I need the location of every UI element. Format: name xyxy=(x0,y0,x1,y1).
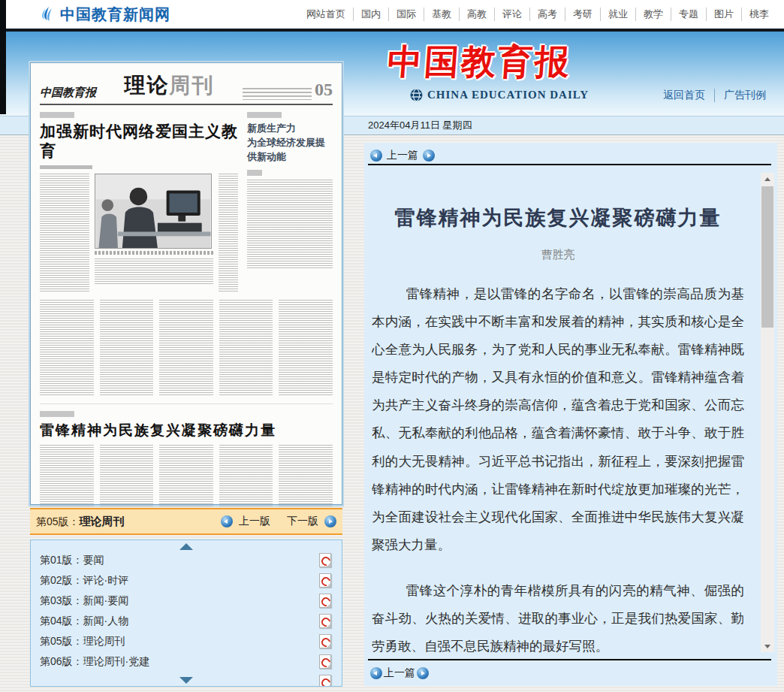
next-article-icon[interactable] xyxy=(417,667,429,679)
prev-edition-icon[interactable] xyxy=(221,515,233,527)
scroll-up-arrow[interactable] xyxy=(179,543,193,550)
nav-item-jobs[interactable]: 就业 xyxy=(600,8,635,21)
next-edition-button[interactable]: 下一版 xyxy=(287,515,318,528)
scrollbar-thumb[interactable] xyxy=(761,186,773,328)
article-author: 曹胜亮 xyxy=(372,248,744,262)
newspaper-brand: 中国教育报 xyxy=(40,86,96,100)
article-paragraph: 雷锋精神，是以雷锋的名字命名，以雷锋的崇高品质为基本内涵，在实践中不断丰富和发展… xyxy=(372,280,744,559)
newspaper-page-number: 05 xyxy=(315,80,333,100)
newspaper-top-stories: 加强新时代网络爱国主义教育 xyxy=(40,107,333,292)
article-body: 雷锋精神为民族复兴凝聚磅礴力量 曹胜亮 雷锋精神，是以雷锋的名字命名，以雷锋的崇… xyxy=(372,168,744,655)
newspaper-main-headline: 加强新时代网络爱国主义教育 xyxy=(40,122,238,162)
edition-label[interactable]: 第04版：新闻·人物 xyxy=(40,615,128,628)
article-divider-bottom xyxy=(368,659,771,660)
scrollbar-down-button[interactable] xyxy=(761,640,774,652)
newspaper-masthead-row: 中国教育报 理论周刊 05 xyxy=(40,71,333,105)
site-logo-icon xyxy=(39,6,56,23)
masthead-links: 返回首页 广告刊例 xyxy=(654,89,775,102)
list-item-edition-01[interactable]: 第01版：要闻 xyxy=(31,550,342,570)
list-item-edition-04[interactable]: 第04版：新闻·人物 xyxy=(31,611,342,631)
site-logo-text: 中国教育新闻网 xyxy=(60,5,170,25)
text-column xyxy=(247,180,333,268)
nav-item-kaoyan[interactable]: 考研 xyxy=(565,8,600,21)
text-column xyxy=(40,174,89,292)
pdf-icon[interactable] xyxy=(319,553,331,567)
paper-title-english-text: CHINA EDUCATION DAILY xyxy=(427,89,589,101)
text-column xyxy=(40,300,94,396)
newspaper-side-story: 新质生产力 为全球经济发展提供新动能 xyxy=(246,107,333,292)
list-item-edition-05[interactable]: 第05版：理论周刊 xyxy=(31,631,342,651)
newspaper-page-image[interactable]: 中国教育报 理论周刊 05 加强新时代网络爱国主义教育 xyxy=(30,62,342,505)
nav-item-teaching[interactable]: 教学 xyxy=(635,8,671,21)
photo-caption xyxy=(95,251,213,255)
newspaper-section-title: 理论周刊 xyxy=(125,71,215,100)
nav-item-photos[interactable]: 图片 xyxy=(706,8,741,21)
pdf-icon[interactable] xyxy=(319,654,331,669)
scrollbar-up-button[interactable] xyxy=(761,173,774,185)
edition-list-panel: 第01版：要闻 第02版：评论·时评 第03版：新闻·要闻 第04版：新闻·人物… xyxy=(30,539,342,687)
pdf-icon[interactable] xyxy=(319,614,331,628)
top-site-bar: 中国教育新闻网 网站首页 国内 国际 基教 高教 评论 高考 考研 就业 教学 … xyxy=(6,0,784,29)
prev-edition-button[interactable]: 上一版 xyxy=(239,515,270,528)
list-item-edition-02[interactable]: 第02版：评论·时评 xyxy=(31,570,342,591)
nav-item-international[interactable]: 国际 xyxy=(388,8,424,21)
nav-item-taoli[interactable]: 桃李 xyxy=(741,8,776,21)
newspaper-photo xyxy=(95,174,212,249)
prev-article-icon[interactable] xyxy=(370,150,382,162)
article-panel: 上一篇 雷锋精神为民族复兴凝聚磅礴力量 曹胜亮 雷锋精神，是以雷锋的名字命名，以… xyxy=(364,143,777,686)
story-tag xyxy=(247,170,262,176)
article-scrollbar[interactable] xyxy=(761,173,774,652)
paper-title-calligraphy: 中国教育报 xyxy=(386,39,573,86)
nav-item-home[interactable]: 网站首页 xyxy=(299,8,353,21)
newspaper-photo-block xyxy=(95,174,213,292)
back-home-link[interactable]: 返回首页 xyxy=(654,89,714,102)
newspaper-main-story: 加强新时代网络爱国主义教育 xyxy=(40,107,238,292)
prev-article-icon[interactable] xyxy=(370,667,382,679)
nav-item-domestic[interactable]: 国内 xyxy=(353,8,388,21)
main-story-columns xyxy=(40,174,238,292)
nav-item-gaokao[interactable]: 高考 xyxy=(529,8,565,21)
current-edition-bar: 第05版：理论周刊 上一版 下一版 xyxy=(30,508,342,535)
left-edge-strip xyxy=(0,0,6,114)
text-column xyxy=(159,300,213,396)
text-column xyxy=(219,300,273,396)
pdf-icon[interactable] xyxy=(319,594,331,608)
scroll-down-arrow[interactable] xyxy=(179,677,193,684)
issue-info-lines xyxy=(243,88,312,100)
pdf-icon[interactable] xyxy=(319,634,331,648)
list-item-edition-06[interactable]: 第06版：理论周刊·党建 xyxy=(31,651,342,672)
edition-label[interactable]: 第06版：理论周刊·党建 xyxy=(40,655,149,669)
edition-pager: 上一版 下一版 xyxy=(221,515,336,528)
text-column xyxy=(219,174,238,292)
nav-item-special[interactable]: 专题 xyxy=(671,8,706,21)
nav-item-higher-edu[interactable]: 高教 xyxy=(459,8,494,21)
newspaper-bottom-headline: 雷锋精神为民族复兴凝聚磅礴力量 xyxy=(40,421,333,440)
newspaper-middle-columns xyxy=(40,300,333,396)
edition-label[interactable]: 第05版：理论周刊 xyxy=(40,635,125,648)
prev-article-link-bottom[interactable]: 上一篇 xyxy=(384,666,415,680)
top-navigation: 网站首页 国内 国际 基教 高教 评论 高考 考研 就业 教学 专题 图片 桃李 xyxy=(299,8,776,21)
next-article-icon[interactable] xyxy=(423,150,435,162)
site-logo[interactable]: 中国教育新闻网 xyxy=(39,5,170,25)
edition-label[interactable]: 第02版：评论·时评 xyxy=(40,574,128,588)
current-edition-label: 第05版：理论周刊 xyxy=(36,515,125,529)
article-paragraph: 雷锋这个淳朴的青年楷模所具有的闪亮的精气神、倔强的奋斗劲、火热的关爱情、进取的事… xyxy=(372,577,744,655)
prev-article-link[interactable]: 上一篇 xyxy=(387,149,418,162)
edition-label[interactable]: 第01版：要闻 xyxy=(40,554,104,567)
newspaper-side-headline: 新质生产力 为全球经济发展提供新动能 xyxy=(247,122,333,165)
edition-label[interactable]: 第03版：新闻·要闻 xyxy=(40,594,128,608)
globe-icon xyxy=(410,89,423,101)
nav-item-basic-edu[interactable]: 基教 xyxy=(424,8,459,21)
list-item-edition-03[interactable]: 第03版：新闻·要闻 xyxy=(31,591,342,611)
next-edition-icon[interactable] xyxy=(324,515,336,527)
article-divider-top xyxy=(368,164,771,165)
article-nav-bottom: 上一篇 xyxy=(370,666,429,680)
story-tag xyxy=(247,112,282,118)
date-text: 2024年04月11日 星期四 xyxy=(368,119,472,132)
pdf-icon[interactable] xyxy=(319,573,331,588)
article-title: 雷锋精神为民族复兴凝聚磅礴力量 xyxy=(372,204,744,231)
ad-rates-link[interactable]: 广告刊例 xyxy=(714,89,775,102)
text-column xyxy=(95,258,213,286)
nav-item-comment[interactable]: 评论 xyxy=(494,8,529,21)
paper-title-english: CHINA EDUCATION DAILY xyxy=(410,89,589,101)
